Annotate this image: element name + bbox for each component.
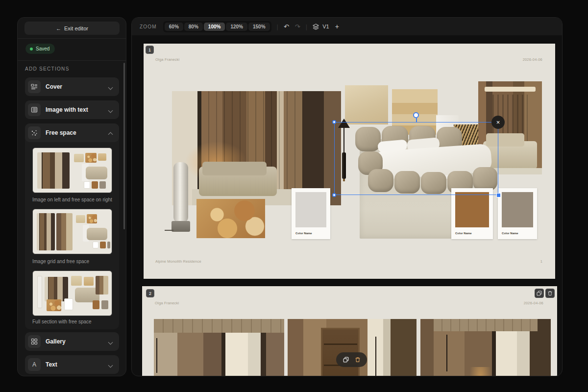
exit-editor-label: Exit editor: [64, 25, 88, 31]
saved-label: Saved: [36, 46, 49, 51]
template-preview-texture: [87, 214, 97, 223]
template-preview-photo: [96, 276, 108, 294]
photo-glow: [470, 367, 491, 376]
template-preview-chip: [64, 298, 73, 310]
sidebar-item-label: Free space: [46, 129, 109, 136]
template-preview-texture: [74, 154, 84, 162]
sidebar-scrollbar[interactable]: [123, 63, 125, 229]
page-2[interactable]: 2 Olga Franecki 2026-04-06: [142, 286, 557, 376]
zoom-80-button[interactable]: 80%: [184, 23, 203, 31]
zoom-100-button[interactable]: 100%: [204, 23, 225, 31]
page-number-badge: 2: [146, 289, 154, 297]
toolbar-separator: |: [306, 23, 307, 30]
chevron-down-icon: [109, 108, 113, 112]
template-preview-chip: [100, 242, 106, 248]
add-version-button[interactable]: +: [335, 23, 339, 30]
chevron-down-icon: [109, 340, 113, 344]
color-swatch-label: Color Name: [295, 232, 312, 235]
color-swatch-block: [295, 192, 326, 227]
selection-handle-top-left[interactable]: [332, 120, 336, 124]
page-date[interactable]: 2026-04-06: [524, 301, 543, 305]
undo-icon[interactable]: ↶: [284, 23, 289, 30]
versions-stack-icon[interactable]: [313, 24, 319, 30]
photo-headboard: [202, 162, 267, 175]
selection-box[interactable]: ×: [334, 122, 498, 195]
delete-image-button[interactable]: [355, 357, 361, 363]
template-preview-chip: [84, 181, 90, 189]
gallery-photo-2[interactable]: [288, 319, 416, 376]
sidebar-panel: ← Exit editor Saved ADD SECTIONS Cover I…: [17, 17, 126, 376]
duplicate-image-button[interactable]: [343, 357, 349, 363]
template-preview-lamp: [37, 276, 42, 308]
sidebar-item-gallery[interactable]: Gallery: [25, 332, 119, 351]
template-preview-chip: [101, 300, 108, 309]
color-swatch-card[interactable]: Color Name: [292, 188, 330, 239]
zoom-120-button[interactable]: 120%: [226, 23, 247, 31]
chevron-down-icon: [109, 85, 113, 89]
page-number-badge: 1: [146, 46, 154, 54]
page-author[interactable]: Olga Franecki: [155, 301, 179, 305]
page-footer-title[interactable]: Alpine Monolith Residence: [155, 259, 201, 264]
sidebar-item-cover[interactable]: Cover: [25, 77, 119, 96]
page-date[interactable]: 2026-04-06: [523, 57, 542, 62]
template-preview-photo: [37, 152, 70, 189]
template-full-section-free-space[interactable]: [32, 270, 112, 316]
zoom-150-button[interactable]: 150%: [248, 23, 270, 31]
template-preview-texture: [84, 277, 94, 286]
toolbar-separator: |: [277, 23, 278, 30]
color-swatch-card[interactable]: Color Name: [451, 188, 493, 239]
template-preview-chip: [99, 181, 106, 189]
selection-handle-bottom-right[interactable]: [496, 193, 501, 197]
template-image-grid-free-space[interactable]: [32, 209, 112, 254]
template-preview-photo: [37, 213, 55, 250]
floor-lamp-image[interactable]: [165, 162, 192, 237]
cover-icon: [28, 80, 41, 93]
duplicate-page-button[interactable]: [535, 289, 544, 298]
page-author[interactable]: Olga Franecki: [155, 57, 179, 62]
sidebar-item-label: Gallery: [46, 338, 109, 345]
template-preview-bed: [87, 228, 107, 240]
rotation-handle[interactable]: [413, 112, 419, 118]
text-icon: A: [28, 358, 41, 371]
gallery-photo-3[interactable]: [420, 319, 551, 376]
lamp-base: [172, 221, 190, 232]
template-label: Image on left and free space on right: [32, 197, 112, 202]
template-preview-chip: [107, 242, 110, 248]
selection-handle-bottom-left[interactable]: [332, 193, 336, 197]
image-actions-overlay: [336, 352, 367, 367]
image-with-text-icon: [28, 103, 41, 116]
page-footer-number: 1: [540, 259, 542, 264]
template-preview-texture: [98, 153, 106, 161]
free-space-icon: [28, 126, 41, 139]
page-1[interactable]: 1 Olga Franecki 2026-04-06 Color Name: [144, 44, 555, 279]
color-swatch-card[interactable]: Color Name: [498, 188, 537, 239]
sidebar-item-image-with-text[interactable]: Image with text: [25, 100, 119, 119]
saved-dot-icon: [30, 48, 33, 50]
version-label: V1: [322, 24, 329, 29]
template-image-left-free-space[interactable]: [32, 147, 112, 193]
sidebar-item-free-space[interactable]: Free space: [25, 123, 119, 142]
color-swatch-label: Color Name: [455, 232, 472, 235]
remove-element-button[interactable]: ×: [491, 116, 505, 129]
template-preview-texture: [71, 276, 82, 286]
template-preview-bed: [86, 167, 107, 179]
lamp-body: [173, 162, 188, 223]
canvas-panel: ZOOM 60% 80% 100% 120% 150% | ↶ ↷ | V1 +…: [131, 17, 563, 376]
exit-editor-button[interactable]: ← Exit editor: [24, 22, 120, 35]
sidebar-item-text[interactable]: A Text: [25, 355, 119, 374]
chevron-down-icon: [109, 363, 113, 367]
lamp-cord: [165, 230, 173, 231]
travertine-texture-1[interactable]: [345, 85, 388, 124]
marble-texture-swatch[interactable]: [196, 199, 265, 238]
zoom-60-button[interactable]: 60%: [165, 23, 183, 31]
delete-page-button[interactable]: [545, 289, 555, 298]
photo-pendant-line: [446, 335, 447, 371]
template-preview-photo: [56, 213, 73, 250]
color-swatch-label: Color Name: [502, 232, 518, 235]
template-preview-chip: [93, 242, 98, 248]
photo-pendant-line: [156, 338, 157, 373]
template-preview-chip: [92, 181, 98, 189]
gallery-photo-1[interactable]: [154, 319, 284, 376]
template-label: Full section with free space: [32, 319, 92, 324]
redo-icon[interactable]: ↷: [295, 23, 300, 30]
